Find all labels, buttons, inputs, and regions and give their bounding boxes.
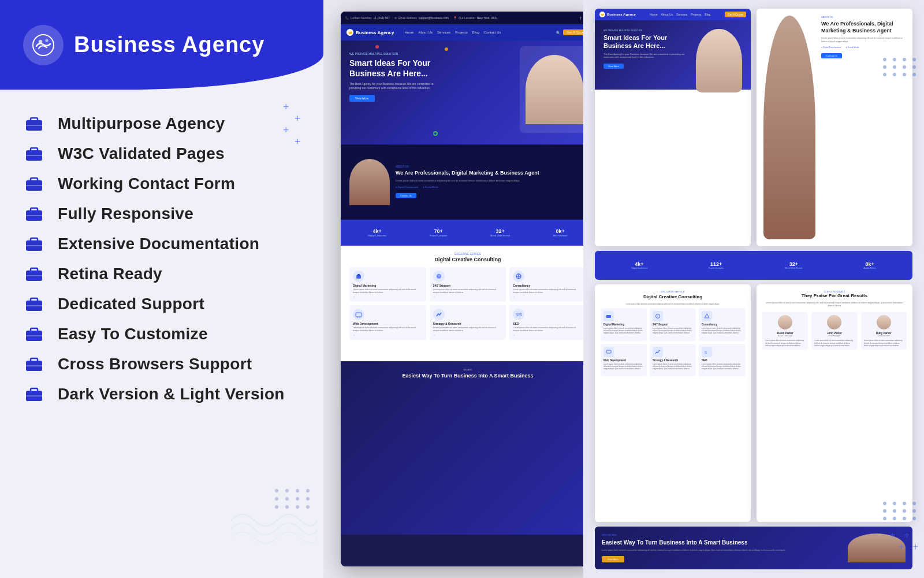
rs-nav-links: Home About Us Services Projects Blog: [639, 13, 721, 16]
feature-text: Dedicated Support: [58, 295, 204, 313]
service-link-4: →: [353, 334, 423, 336]
service-text-6: Lorem ipsum dolor sit amet consectetur a…: [513, 327, 583, 332]
site-hero: WE PROVIDE MULTIPLE SOLUTION Smart Ideas…: [341, 40, 583, 144]
rs-stat-1-label: Happy Customers: [631, 267, 647, 269]
feature-text: Cross Browsers Support: [58, 355, 252, 373]
service-title-2: 24/7 Support: [433, 284, 503, 287]
rs-hero-btn: View More: [603, 64, 624, 69]
rs-test-item-1: David Parker Project Manager Lorem ipsum…: [762, 312, 808, 350]
stat-projects: 70+ Project Complete: [430, 228, 448, 237]
rs-service-link-5: →: [653, 371, 693, 373]
topbar-email-label: Email Address: [398, 16, 417, 20]
rs-service-text-4: Lorem ipsum dolor sit amet consectetur a…: [603, 363, 644, 370]
rs-test-role-2: Site Manager: [814, 335, 854, 337]
right-screenshots-container: 🤝 Business Agency Home About Us Services…: [583, 0, 924, 578]
rs-about-item-2: ● Social Media: [845, 46, 859, 49]
plus-decor-4: +: [295, 136, 301, 148]
service-card-3: Consultancy Lorem ipsum dolor sit amet c…: [509, 267, 583, 302]
rs-test-avatar-3: [877, 315, 891, 329]
rs-logo-text: Business Agency: [607, 13, 636, 16]
briefcase-icon: [23, 143, 45, 165]
site-more-tag: WE ARE: [348, 368, 583, 371]
topbar-contact: 📞 Contact Number +1 (234) 567: [345, 16, 390, 20]
service-link-5: →: [433, 334, 503, 336]
svg-rect-44: [606, 315, 611, 318]
nav-home: Home: [404, 31, 413, 34]
rs-service-4: Web Development Lorem ipsum dolor sit am…: [601, 344, 647, 377]
rs-service-icon-6: S: [702, 347, 712, 357]
topbar-email: ✉ Email Address support@business.com: [394, 16, 449, 20]
stat-branch-label: World Wide Branch: [490, 234, 510, 237]
feature-item: Dedicated Support: [23, 293, 300, 315]
service-icon-5: [433, 309, 445, 320]
rs-nav-about: About Us: [661, 13, 673, 16]
nav-actions: 🔍 Get A Quote: [556, 29, 583, 35]
service-title-4: Web Development: [353, 322, 423, 325]
rs-logo-small: 🤝 Business Agency: [599, 12, 636, 17]
rs-stat-2-num: 112+: [709, 261, 724, 267]
rs-services-desc: Lorem ipsum dolor sit amet consectetur a…: [601, 303, 745, 305]
rs-why-section: WHY WE ARE Easiest Way To Turn Business …: [595, 527, 912, 569]
about-feature-tags: ● Digital Development ● Social Media: [396, 186, 583, 188]
feature-text: Easy To Customize: [58, 325, 208, 343]
about-title: We Are Professionals, Digital Marketing …: [396, 170, 583, 177]
hero-dot-red: [375, 45, 379, 49]
topbar-contact-label: Contact Number: [351, 16, 371, 20]
rs-stat-3-num: 32+: [785, 261, 802, 267]
rs-hero-title: Smart Ideas For Your Business Are Here..…: [603, 34, 696, 50]
svg-point-2: [46, 39, 49, 42]
feature-item: Dark Version & Light Version: [23, 383, 300, 405]
rs-hero-content: WE PROVIDE MULTIPLE SOLUTION Smart Ideas…: [603, 29, 696, 81]
svg-rect-40: [356, 313, 362, 317]
rs-service-6: S SEO Lorem ipsum dolor sit amet consect…: [699, 344, 745, 377]
logo-circle: [23, 25, 64, 65]
service-icon-6: SEO: [513, 309, 524, 320]
website-screenshot: 📞 Contact Number +1 (234) 567 ✉ Email Ad…: [341, 12, 583, 566]
hero-title: Smart Ideas For Your Business Are Here..…: [349, 58, 442, 79]
rs-test-quote-3: Lorem ipsum dolor sit amet consectetur a…: [864, 339, 904, 347]
rs-service-link-3: →: [702, 336, 742, 338]
rs-test-avatar-2: [827, 315, 841, 329]
nav-blog: Blog: [472, 31, 479, 34]
rs-service-title-1: Digital Marketing: [603, 323, 644, 326]
site-about-section: ABOUT US We Are Professionals, Digital M…: [341, 144, 583, 220]
rs-test-intro-text: Lorem ipsum dolor sit amet, and consecte…: [762, 302, 907, 308]
left-panel: Business Agency Multipurpose Agency W3C …: [0, 0, 323, 578]
rs-service-title-4: Web Development: [603, 359, 644, 362]
right-panel: + + + + 🤝 Business Agency Home About Us …: [583, 0, 924, 578]
rs-service-text-5: Lorem ipsum dolor sit amet consectetur a…: [653, 363, 693, 370]
stat-branch-num: 32+: [490, 228, 510, 234]
rs-service-text-3: Lorem ipsum dolor sit amet consectetur a…: [702, 327, 742, 335]
dots-decor-right-bot: [883, 502, 918, 520]
briefcase-icon: [23, 203, 45, 225]
plus-right-4: +: [899, 542, 904, 552]
svg-rect-7: [31, 148, 38, 151]
rs-stat-1: 4k+ Happy Customers: [631, 261, 647, 269]
rs-stat-1-num: 4k+: [631, 261, 647, 267]
right-top-row: 🤝 Business Agency Home About Us Services…: [595, 9, 912, 246]
plus-right-3: +: [890, 530, 895, 540]
svg-rect-4: [31, 118, 38, 121]
service-title-5: Strategy & Research: [433, 322, 503, 325]
service-icon-2: ?: [433, 271, 445, 282]
rs-test-title: They Praise For Great Results: [762, 293, 907, 298]
rs-about-person-img: [763, 16, 815, 239]
hero-img-person: [526, 55, 583, 124]
service-title-6: SEO: [513, 322, 583, 325]
svg-rect-25: [31, 328, 38, 332]
rs-service-link-1: →: [603, 336, 644, 338]
rs-why-btn: View More: [602, 556, 624, 562]
svg-marker-47: [705, 314, 709, 318]
rs-nav-projects: Projects: [691, 13, 701, 16]
about-image: [349, 159, 390, 205]
rs-services-grid: Digital Marketing Lorem ipsum dolor sit …: [601, 308, 745, 376]
service-icon-4: [353, 309, 364, 320]
feature-item: Easy To Customize: [23, 323, 300, 345]
rs-test-quote-1: Lorem ipsum dolor sit amet consectetur a…: [765, 339, 805, 347]
stat-customers-num: 4k+: [368, 228, 386, 234]
svg-rect-13: [31, 208, 38, 212]
rs-why-text: Lorem ipsum dolor sit amet consectetur a…: [602, 549, 842, 552]
middle-panel: + + + + 📞 Contact Number +1 (234) 567 ✉ …: [323, 0, 583, 578]
about-tag: ABOUT US: [396, 165, 583, 168]
rs-hero-card: 🤝 Business Agency Home About Us Services…: [595, 9, 751, 246]
